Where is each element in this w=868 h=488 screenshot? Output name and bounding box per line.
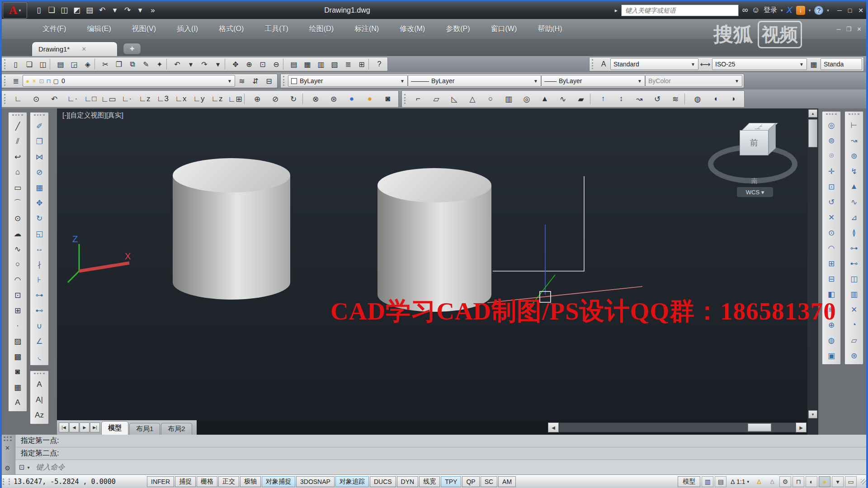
layer-previous-icon[interactable]: ⇵: [249, 75, 262, 87]
wedge-icon[interactable]: ◺: [445, 91, 463, 107]
circle-icon[interactable]: ⊙: [10, 211, 25, 226]
pyramid-icon[interactable]: ▲: [536, 91, 554, 107]
mesh-tool-icon[interactable]: ⊞: [824, 256, 839, 271]
dim-style-combo[interactable]: ISO-25▼: [712, 58, 807, 70]
rotate-icon[interactable]: ↻: [32, 211, 47, 226]
new-tab-button[interactable]: ✚: [123, 43, 141, 55]
undo-dropdown-icon[interactable]: ▾: [109, 5, 120, 16]
ucs-x-icon[interactable]: ∟x: [172, 91, 190, 107]
table-icon[interactable]: ▦: [10, 380, 25, 395]
join-icon[interactable]: ∪: [32, 318, 47, 333]
line-icon[interactable]: ╱: [10, 118, 25, 134]
redo-icon[interactable]: ↷: [198, 58, 211, 70]
constrained-orbit-icon[interactable]: ⊕: [248, 91, 266, 107]
gradient-icon[interactable]: ▩: [10, 349, 25, 364]
status-toggle-button[interactable]: INFER: [147, 476, 174, 487]
properties-palette-icon[interactable]: ▤: [287, 58, 301, 70]
solid-edit-tool-icon[interactable]: ⊢: [846, 117, 862, 133]
layer-isolate-icon[interactable]: ⊟: [262, 75, 276, 87]
redo-icon[interactable]: ↷: [122, 5, 133, 16]
solid-edit-tool-icon[interactable]: ↝: [846, 133, 862, 148]
text-style-icon[interactable]: A: [597, 58, 610, 70]
qat-more-icon[interactable]: »: [147, 5, 158, 16]
ucs-origin-icon[interactable]: ∟·: [63, 91, 81, 107]
undo-icon[interactable]: ↶: [170, 58, 184, 70]
sheet-set-icon[interactable]: ▧: [328, 58, 341, 70]
menu-item[interactable]: 参数(P): [446, 24, 470, 34]
ucs-zaxis-icon[interactable]: ∟z: [136, 91, 154, 107]
layer-combo[interactable]: ●☀⊡⊓▢ 0 ▼: [23, 75, 235, 87]
cylinder-icon[interactable]: ▥: [500, 91, 518, 107]
first-tab-button[interactable]: |◀: [59, 422, 69, 432]
menu-item[interactable]: 工具(T): [264, 24, 288, 34]
mirror-icon[interactable]: ⋈: [32, 149, 47, 164]
text-style-combo[interactable]: Standard▼: [610, 58, 698, 70]
pan-icon[interactable]: ✥: [229, 58, 242, 70]
combo-caret-icon[interactable]: ▼: [691, 62, 695, 67]
match-properties-icon[interactable]: ✎: [139, 58, 153, 70]
array-icon[interactable]: ▦: [32, 180, 47, 195]
horizontal-scrollbar[interactable]: [559, 422, 796, 432]
layer-states-icon[interactable]: ≋: [235, 75, 249, 87]
ucs-z-icon[interactable]: ∟z: [208, 91, 226, 107]
plot-preview-icon[interactable]: ◲: [67, 58, 81, 70]
ucs-y-icon[interactable]: ∟y: [190, 91, 208, 107]
status-toggle-button[interactable]: TPY: [441, 476, 461, 487]
free-orbit-icon[interactable]: ⊘: [266, 91, 284, 107]
subtract-icon[interactable]: ◖: [707, 91, 725, 107]
menu-item[interactable]: 标注(N): [354, 24, 379, 34]
minimize-button[interactable]: ─: [837, 7, 842, 14]
break-icon[interactable]: ⊷: [32, 303, 47, 318]
mesh-tool-icon[interactable]: ⌾: [824, 148, 839, 164]
tool-palettes-icon[interactable]: ▥: [314, 58, 328, 70]
mesh-tool-icon[interactable]: ⊙: [824, 225, 839, 240]
ucs-named-icon[interactable]: ∟⊞: [226, 91, 244, 107]
cone-icon[interactable]: △: [463, 91, 481, 107]
fillet-icon[interactable]: ◟: [32, 349, 47, 364]
box-icon[interactable]: ▱: [427, 91, 445, 107]
quick-view-layouts-icon[interactable]: ▥: [702, 476, 713, 487]
rectangle-icon[interactable]: ▭: [10, 180, 25, 195]
command-close-icon[interactable]: ✕: [5, 445, 10, 451]
infocenter-flyout-icon[interactable]: ▸: [615, 7, 618, 14]
wireframe-3d-icon[interactable]: ⊛: [325, 91, 343, 107]
toolbar-grip[interactable]: [34, 114, 45, 117]
text-scale-icon[interactable]: Az: [32, 408, 47, 423]
viewcube-south-label[interactable]: 南: [751, 177, 758, 185]
user-icon[interactable]: ☺: [752, 5, 760, 15]
tray-dropdown-icon[interactable]: ▾: [832, 476, 844, 487]
move-icon[interactable]: ✥: [32, 195, 47, 211]
point-icon[interactable]: ∙: [10, 318, 25, 333]
make-block-icon[interactable]: ⊞: [10, 303, 25, 318]
combo-caret-icon[interactable]: ▼: [533, 79, 538, 84]
status-toggle-button[interactable]: 对象捕捉: [262, 476, 295, 487]
arc-icon[interactable]: ⌒: [10, 195, 25, 211]
status-toggle-button[interactable]: SC: [481, 476, 497, 487]
insert-block-icon[interactable]: ⊡: [10, 287, 25, 303]
save-icon[interactable]: ◫: [59, 5, 70, 16]
help-question-icon[interactable]: ?: [373, 58, 386, 70]
tray-globe-icon[interactable]: ◐: [806, 476, 817, 487]
menu-item[interactable]: 绘图(D): [309, 24, 334, 34]
menu-item[interactable]: 文件(F): [42, 24, 66, 34]
mesh-tool-icon[interactable]: ◎: [824, 117, 839, 133]
ucs-face-icon[interactable]: ∟□: [81, 91, 99, 107]
offset-icon[interactable]: ⊘: [32, 164, 47, 180]
trim-icon[interactable]: ∤: [32, 257, 47, 272]
command-input-row[interactable]: ⊡ ▾ 键入命令: [15, 460, 868, 474]
new-file-icon[interactable]: ▯: [33, 5, 44, 16]
mdi-close-button[interactable]: ✕: [857, 26, 862, 33]
mesh-tool-icon[interactable]: ⊡: [824, 179, 839, 194]
status-toggle-button[interactable]: DYN: [397, 476, 419, 487]
mtext-icon[interactable]: A: [10, 395, 25, 410]
command-caret-icon[interactable]: ▾: [28, 465, 30, 470]
status-toggle-button[interactable]: 对象追踪: [335, 476, 369, 487]
viewcube-front-face[interactable]: 前: [740, 130, 769, 155]
spline-icon[interactable]: ∿: [10, 241, 25, 257]
linetype-combo[interactable]: ——— ByLayer ▼: [408, 75, 541, 87]
sphere-icon[interactable]: ○: [481, 91, 500, 107]
ucs-icon[interactable]: ∟: [9, 91, 27, 107]
toolbar-lock-icon[interactable]: ⊓: [793, 476, 804, 487]
mdi-restore-button[interactable]: ❐: [846, 26, 851, 33]
model-space-button[interactable]: 模型: [678, 476, 700, 487]
